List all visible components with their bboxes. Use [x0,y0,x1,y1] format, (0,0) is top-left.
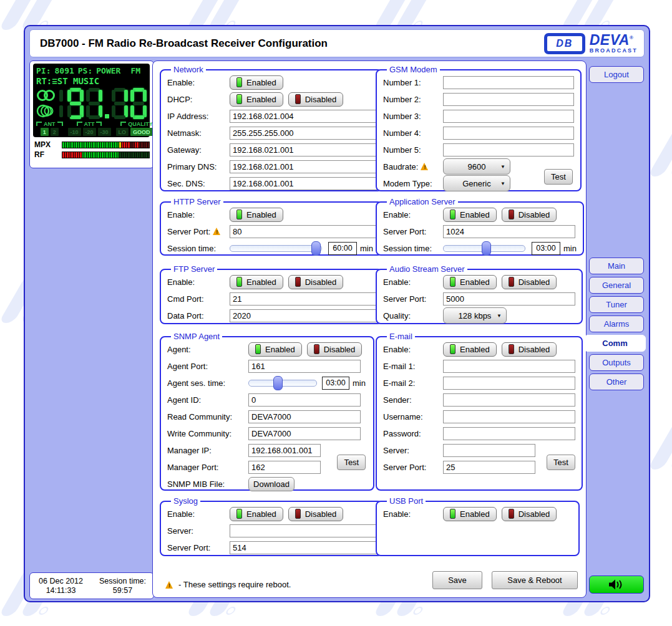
snmp-manager-port-input[interactable] [248,461,321,474]
logout-button[interactable]: Logout [589,66,644,83]
speaker-icon [608,579,625,590]
ftp-data-port-input[interactable] [230,309,377,322]
section-title-audio-stream: Audio Stream Server [387,264,467,274]
sidebar-tab-alarms[interactable]: Alarms [589,315,644,332]
section-network: Network Enable: Enabled DHCP: Enabled Di… [160,65,384,191]
snmp-enabled-button[interactable]: Enabled [248,342,302,357]
gsm-number1-input[interactable] [443,76,574,89]
chevron-down-icon: ▼ [497,313,502,319]
app-session-slider[interactable] [443,245,525,252]
lcd-indicator-cell: -10 [68,128,81,136]
snmp-agent-id-input[interactable] [248,393,361,407]
lcd-ps-value: POWER [96,66,120,75]
http-enable-label: Enable: [167,210,230,219]
section-syslog: Syslog Enable: Enabled Disabled Server: … [160,496,384,556]
dhcp-disabled-button[interactable]: Disabled [288,92,344,107]
syslog-port-label: Server Port: [167,543,230,552]
sidebar-tab-comm[interactable]: Comm [584,335,646,352]
sidebar-tab-general[interactable]: General [589,277,644,294]
ip-address-input[interactable] [230,110,377,123]
http-session-slider[interactable] [230,245,322,252]
syslog-disabled-button[interactable]: Disabled [288,507,344,521]
syslog-port-input[interactable] [230,541,377,554]
gsm-number3-input[interactable] [443,110,574,123]
email2-input[interactable] [443,377,575,390]
http-enabled-button[interactable]: Enabled [230,208,283,222]
usb-disabled-button[interactable]: Disabled [502,507,557,521]
gsm-number4-input[interactable] [443,127,574,140]
ftp-disabled-button[interactable]: Disabled [288,275,344,289]
email1-input[interactable] [443,360,575,373]
ftp-cmd-port-input[interactable] [230,292,377,306]
sidebar-tab-main[interactable]: Main [589,258,644,274]
status-time: 14:11:33 [30,586,92,595]
snmp-read-community-input[interactable] [248,410,361,423]
sidebar-tab-other[interactable]: Other [589,373,644,390]
email-server-port-input[interactable] [443,461,535,474]
red-led-icon [509,277,514,287]
gsm-test-button[interactable]: Test [544,169,573,185]
frequency-seven-segment [57,88,147,119]
email-test-button[interactable]: Test [547,455,575,470]
slider-thumb[interactable] [482,241,491,256]
gateway-input[interactable] [230,143,377,156]
snmp-mib-download-button[interactable]: Download [248,477,295,491]
snmp-write-community-input[interactable] [248,427,361,440]
email2-label: E-mail 2: [383,378,443,388]
save-button[interactable]: Save [432,571,482,589]
dhcp-enabled-button[interactable]: Enabled [230,92,283,107]
audio-disabled-button[interactable]: Disabled [502,275,557,289]
email-disabled-button[interactable]: Disabled [502,342,557,357]
email-username-input[interactable] [443,410,575,423]
snmp-test-button[interactable]: Test [337,455,366,470]
audio-enabled-button[interactable]: Enabled [443,275,497,289]
email-sender-input[interactable] [443,393,575,407]
app-port-input[interactable] [443,225,575,238]
syslog-server-input[interactable] [230,524,377,537]
section-title-email: E-mail [387,332,415,341]
lcd-indicator-cell: GOOD [130,128,153,136]
audio-volume-button[interactable] [589,575,644,594]
gsm-number1-label: Number 1: [383,78,443,87]
deva-logo: DB DEVA® BROADCAST [544,33,644,54]
baudrate-select[interactable]: 9600▼ [443,158,510,175]
app-enabled-button[interactable]: Enabled [443,208,497,222]
gsm-number5-input[interactable] [443,143,574,156]
snmp-session-slider[interactable] [248,380,317,387]
audio-port-input[interactable] [443,292,575,306]
section-title-syslog: Syslog [171,496,200,506]
secondary-dns-input[interactable] [230,177,377,190]
save-reboot-button[interactable]: Save & Reboot [492,571,578,589]
gsm-number2-input[interactable] [443,93,574,106]
email-server-input[interactable] [443,444,535,457]
baudrate-label: Baudrate: [383,162,418,171]
primary-dns-input[interactable] [230,160,377,173]
lcd-pi-label: PI: [36,66,51,75]
usb-enabled-button[interactable]: Enabled [443,507,497,521]
network-enabled-button[interactable]: Enabled [230,75,283,90]
email-enabled-button[interactable]: Enabled [443,342,497,357]
syslog-enabled-button[interactable]: Enabled [230,507,283,521]
logo-deva-text: DEVA [590,32,630,48]
section-usb-port: USB Port Enable: Enabled Disabled [376,496,580,556]
http-port-input[interactable] [230,225,377,238]
snmp-manager-ip-input[interactable] [248,444,321,457]
red-led-icon [295,277,301,287]
netmask-input[interactable] [230,127,377,140]
sidebar-tab-tuner[interactable]: Tuner [589,296,644,313]
audio-quality-select[interactable]: 128 kbps▼ [443,307,507,324]
email-password-label: Password: [383,429,443,438]
email-password-input[interactable] [443,427,575,440]
app-disabled-button[interactable]: Disabled [502,208,557,222]
netmask-label: Netmask: [167,128,230,138]
snmp-disabled-button[interactable]: Disabled [307,342,363,357]
slider-thumb[interactable] [311,241,321,256]
slider-thumb[interactable] [273,376,283,390]
ftp-enabled-button[interactable]: Enabled [230,275,283,289]
sidebar-tab-outputs[interactable]: Outputs [589,354,644,371]
snmp-write-community-label: Write Community: [167,429,248,438]
snmp-agent-port-input[interactable] [248,360,361,373]
primary-dns-label: Primary DNS: [167,162,230,171]
modem-type-select[interactable]: Generic▼ [443,175,510,191]
ant-indicator-group: ANT 12 [36,122,63,136]
